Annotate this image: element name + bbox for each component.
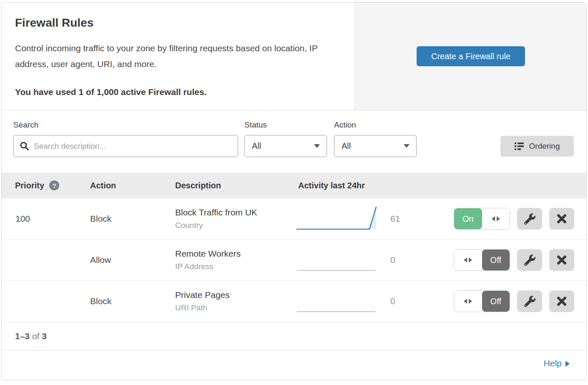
rule-priority: 100 bbox=[2, 214, 90, 224]
rule-enabled-toggle[interactable]: Off bbox=[454, 249, 510, 271]
activity-sparkline bbox=[295, 287, 384, 315]
rule-enabled-toggle[interactable]: Off bbox=[454, 290, 510, 312]
toggle-state-label: Off bbox=[482, 250, 510, 270]
help-arrow-icon bbox=[565, 361, 570, 367]
rule-description: Private Pages bbox=[175, 290, 295, 300]
ordering-button-label: Ordering bbox=[529, 142, 560, 151]
toggle-grip-icon bbox=[454, 250, 482, 270]
edit-rule-button[interactable] bbox=[517, 290, 542, 312]
wrench-icon bbox=[524, 255, 535, 266]
search-group: Search bbox=[13, 120, 238, 157]
header-action-panel: Create a Firewall rule bbox=[355, 2, 586, 110]
close-icon bbox=[556, 213, 568, 225]
rule-description: Block Traffic from UK bbox=[175, 208, 295, 218]
edit-rule-button[interactable] bbox=[517, 208, 542, 230]
toggle-grip-icon bbox=[454, 291, 482, 312]
rule-description: Remote Workers bbox=[175, 249, 295, 259]
table-row: Allow Remote Workers IP Address 0 Off bbox=[2, 240, 586, 281]
delete-rule-button[interactable] bbox=[549, 290, 574, 312]
table-header: Priority ? Action Description Activity l… bbox=[2, 172, 586, 198]
rule-description-cell: Remote Workers IP Address bbox=[175, 249, 295, 271]
rule-action: Block bbox=[90, 296, 175, 306]
header-text-panel: Firewall Rules Control incoming traffic … bbox=[2, 2, 355, 110]
filter-bar: Search Status All Action All bbox=[2, 110, 586, 172]
status-label: Status bbox=[244, 120, 327, 130]
rules-table-body: 100 Block Block Traffic from UK Country … bbox=[2, 198, 586, 322]
column-header-action: Action bbox=[90, 181, 175, 190]
close-icon bbox=[556, 295, 568, 307]
edit-rule-button[interactable] bbox=[517, 249, 542, 271]
ordering-list-icon bbox=[515, 142, 524, 150]
rule-controls: Off bbox=[454, 249, 587, 271]
rule-match-type: Country bbox=[175, 221, 295, 230]
toggle-grip-icon bbox=[482, 208, 510, 229]
action-group: Action All bbox=[334, 120, 417, 157]
pagination-range: 1–3 bbox=[15, 331, 30, 341]
rule-match-type: URI Path bbox=[175, 303, 295, 312]
action-selected-value: All bbox=[342, 141, 351, 151]
activity-sparkline bbox=[295, 205, 384, 233]
status-group: Status All bbox=[244, 120, 327, 157]
pagination-total: 3 bbox=[42, 331, 47, 341]
column-header-activity: Activity last 24hr bbox=[295, 181, 454, 190]
help-bar: Help bbox=[2, 350, 586, 376]
delete-rule-button[interactable] bbox=[549, 249, 574, 271]
activity-sparkline bbox=[295, 246, 384, 274]
usage-note: You have used 1 of 1,000 active Firewall… bbox=[15, 87, 338, 97]
toggle-state-label: On bbox=[454, 208, 482, 229]
wrench-icon bbox=[524, 213, 535, 225]
help-link-label: Help bbox=[544, 358, 562, 368]
activity-count: 61 bbox=[384, 214, 454, 224]
table-row: Block Private Pages URI Path 0 Off bbox=[2, 281, 586, 322]
table-row: 100 Block Block Traffic from UK Country … bbox=[2, 198, 586, 240]
page-title: Firewall Rules bbox=[15, 16, 338, 30]
rule-action: Block bbox=[90, 214, 175, 224]
delete-rule-button[interactable] bbox=[549, 208, 574, 230]
caret-down-icon bbox=[314, 144, 320, 148]
caret-down-icon bbox=[404, 144, 410, 148]
status-select[interactable]: All bbox=[244, 135, 327, 157]
header-section: Firewall Rules Control incoming traffic … bbox=[2, 2, 586, 110]
rule-action: Allow bbox=[90, 255, 175, 265]
pagination-of: of bbox=[32, 331, 40, 341]
search-icon bbox=[20, 141, 30, 151]
page-description: Control incoming traffic to your zone by… bbox=[15, 40, 338, 72]
rule-controls: On bbox=[454, 208, 587, 230]
activity-count: 0 bbox=[384, 255, 454, 265]
create-firewall-rule-button[interactable]: Create a Firewall rule bbox=[417, 46, 525, 66]
column-header-priority: Priority ? bbox=[2, 180, 90, 190]
rule-match-type: IP Address bbox=[175, 262, 295, 271]
wrench-icon bbox=[524, 296, 535, 307]
action-label: Action bbox=[334, 120, 417, 130]
help-link[interactable]: Help bbox=[544, 358, 570, 368]
action-select[interactable]: All bbox=[334, 135, 417, 157]
column-header-description: Description bbox=[175, 181, 295, 190]
search-input[interactable] bbox=[13, 135, 238, 157]
status-selected-value: All bbox=[252, 141, 261, 151]
rule-description-cell: Private Pages URI Path bbox=[175, 290, 295, 312]
toggle-state-label: Off bbox=[482, 291, 510, 312]
close-icon bbox=[556, 254, 568, 266]
pagination-bar: 1–3 of 3 bbox=[2, 322, 586, 350]
search-label: Search bbox=[13, 120, 238, 130]
firewall-rules-card: Firewall Rules Control incoming traffic … bbox=[1, 2, 587, 380]
search-wrap bbox=[13, 135, 238, 157]
ordering-button[interactable]: Ordering bbox=[500, 136, 574, 157]
activity-count: 0 bbox=[384, 296, 454, 306]
rule-controls: Off bbox=[454, 290, 587, 312]
help-question-icon[interactable]: ? bbox=[49, 180, 59, 190]
rule-description-cell: Block Traffic from UK Country bbox=[175, 208, 295, 230]
rule-enabled-toggle[interactable]: On bbox=[454, 208, 510, 230]
